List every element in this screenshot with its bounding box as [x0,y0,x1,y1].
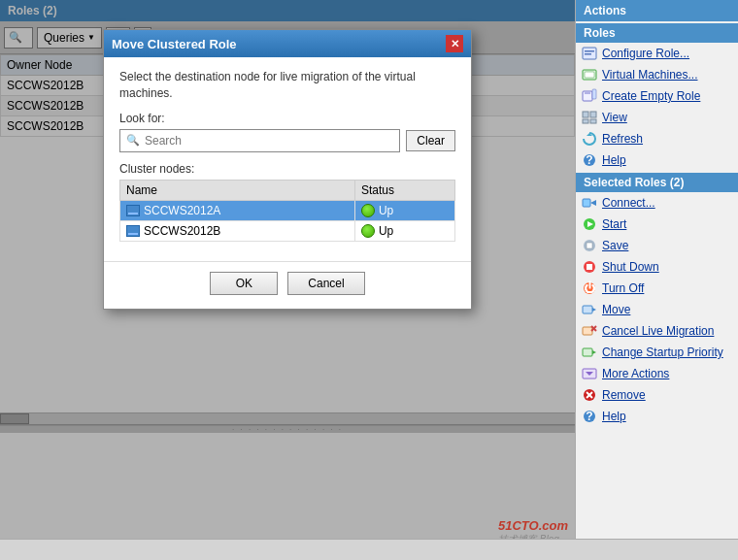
help-roles-label: Help [602,153,626,167]
search-input[interactable] [145,134,393,148]
more-actions-label: More Actions [602,367,669,380]
refresh-icon [582,131,597,147]
node-status-text: Up [379,224,393,238]
configure-role-label: Configure Role... [602,47,689,60]
node-status-cell: Up [354,200,454,220]
svg-rect-26 [583,327,592,335]
action-turnoff[interactable]: ⏻ Turn Off [576,278,738,299]
connect-label: Connect... [602,196,655,210]
turnoff-icon: ⏻ [582,280,597,296]
view-label: View [602,111,627,124]
connect-icon [582,195,597,211]
status-up: Up [361,224,449,238]
status-up: Up [361,204,449,217]
server-icon [126,205,140,216]
search-input-box[interactable]: 🔍 [119,129,400,152]
node-row[interactable]: SCCWS2012A Up [120,200,455,220]
selected-roles-section-header: Selected Roles (2) [576,173,738,192]
status-circle-icon [361,224,375,238]
help-roles-icon: ? [582,152,597,168]
svg-rect-2 [585,53,591,55]
action-shutdown[interactable]: Shut Down [576,256,738,278]
nodes-col-name: Name [120,180,355,200]
modal-titlebar: Move Clustered Role ✕ [104,30,471,57]
view-icon [582,110,597,125]
action-virtual-machines[interactable]: Virtual Machines... [576,64,738,85]
svg-rect-9 [590,112,596,117]
modal-title: Move Clustered Role [112,37,237,51]
modal-body: Select the destination node for live mig… [104,57,471,253]
cluster-nodes-label: Cluster nodes: [119,162,455,176]
move-label: Move [602,303,630,316]
watermark-line1: 51CTO.com [498,518,568,533]
svg-rect-1 [585,50,594,52]
help-selected-label: Help [602,410,626,423]
action-more-actions[interactable]: More Actions [576,363,738,384]
action-move[interactable]: Move [576,299,738,320]
actions-title: Actions [576,0,738,21]
clear-button[interactable]: Clear [406,130,455,151]
svg-text:?: ? [586,153,592,167]
svg-rect-4 [585,72,594,78]
action-startup-priority[interactable]: Change Startup Priority [576,342,738,363]
move-icon [582,302,597,317]
action-view[interactable]: View [576,107,738,128]
search-magnifier-icon: 🔍 [126,134,140,147]
server-icon [126,225,140,237]
status-bar [0,539,738,560]
look-for-label: Look for: [119,112,455,125]
help-selected-icon: ? [582,409,597,424]
remove-icon [582,387,597,403]
svg-rect-11 [590,119,596,123]
node-name-cell: SCCWS2012B [120,220,355,241]
svg-rect-15 [583,199,590,207]
modal-close-button[interactable]: ✕ [446,35,463,52]
ok-button[interactable]: OK [210,272,278,295]
action-remove[interactable]: Remove [576,384,738,406]
action-cancel-migration[interactable]: Cancel Live Migration [576,320,738,342]
startup-priority-icon [582,345,597,360]
node-name: SCCWS2012A [144,204,220,217]
modal-dialog: Move Clustered Role ✕ Select the destina… [103,29,472,310]
svg-rect-21 [587,264,592,270]
svg-rect-19 [587,243,592,248]
action-create-empty-role[interactable]: Create Empty Role [576,85,738,107]
svg-marker-30 [592,350,596,354]
svg-rect-29 [583,348,592,356]
more-actions-icon [582,366,597,381]
modal-footer: OK Cancel [104,261,471,309]
start-icon [582,216,597,232]
roles-section-header: Roles [576,23,738,43]
cancel-migration-icon [582,323,597,339]
action-save[interactable]: Save [576,235,738,256]
action-connect[interactable]: Connect... [576,192,738,214]
action-refresh[interactable]: Refresh [576,128,738,149]
cancel-button[interactable]: Cancel [287,272,364,295]
virtual-machines-label: Virtual Machines... [602,68,698,82]
action-start[interactable]: Start [576,214,738,235]
action-help-roles[interactable]: ? Help [576,149,738,171]
node-name: SCCWS2012B [144,224,220,238]
modal-overlay: Move Clustered Role ✕ Select the destina… [0,0,575,560]
svg-rect-8 [583,112,588,117]
svg-text:?: ? [586,410,592,423]
create-empty-role-icon [582,88,597,104]
svg-text:⏻: ⏻ [584,280,595,295]
node-status-text: Up [379,204,393,217]
nodes-table: Name Status SCCWS2012A Up [119,180,455,242]
node-row[interactable]: SCCWS2012B Up [120,220,455,241]
action-help-selected[interactable]: ? Help [576,406,738,427]
modal-description: Select the destination node for live mig… [119,69,455,102]
node-name-cell: SCCWS2012A [120,200,355,220]
shutdown-icon [582,259,597,275]
nodes-col-status: Status [354,180,454,200]
start-label: Start [602,217,626,231]
startup-priority-label: Change Startup Priority [602,346,723,359]
configure-role-icon [582,46,597,61]
action-configure-role[interactable]: Configure Role... [576,43,738,64]
svg-rect-10 [583,119,588,123]
actions-panel: Actions Roles Configure Role... Virtual … [575,0,738,560]
virtual-machines-icon [582,67,597,82]
svg-rect-24 [583,306,592,313]
save-action-icon [582,238,597,253]
